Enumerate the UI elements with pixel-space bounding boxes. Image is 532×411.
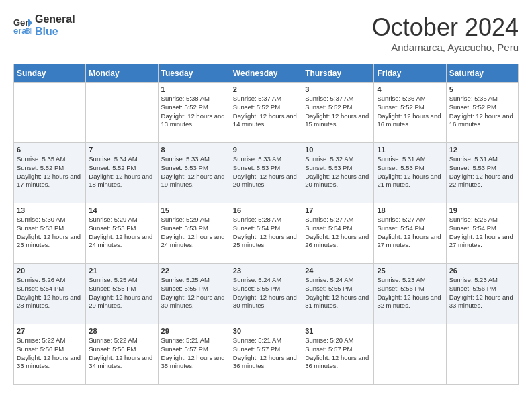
day-number: 24	[305, 267, 371, 275]
logo-line2: Blue	[35, 26, 75, 38]
calendar-cell: 3Sunrise: 5:37 AM Sunset: 5:52 PM Daylig…	[302, 83, 374, 143]
day-info: Sunrise: 5:24 AM Sunset: 5:55 PM Dayligh…	[233, 276, 299, 310]
calendar-cell: 8Sunrise: 5:33 AM Sunset: 5:53 PM Daylig…	[158, 143, 230, 203]
day-number: 9	[233, 146, 299, 154]
day-info: Sunrise: 5:25 AM Sunset: 5:55 PM Dayligh…	[161, 276, 227, 310]
day-number: 28	[89, 327, 154, 335]
calendar-cell	[446, 324, 518, 385]
week-row-5: 27Sunrise: 5:22 AM Sunset: 5:56 PM Dayli…	[14, 324, 519, 385]
week-row-1: 1Sunrise: 5:38 AM Sunset: 5:52 PM Daylig…	[14, 83, 519, 143]
day-info: Sunrise: 5:20 AM Sunset: 5:57 PM Dayligh…	[305, 336, 371, 371]
calendar-cell	[374, 324, 446, 385]
day-number: 4	[377, 85, 443, 93]
day-number: 10	[305, 146, 371, 154]
weekday-header-thursday: Thursday	[302, 64, 374, 83]
day-info: Sunrise: 5:37 AM Sunset: 5:52 PM Dayligh…	[233, 95, 299, 129]
day-info: Sunrise: 5:35 AM Sunset: 5:52 PM Dayligh…	[17, 155, 83, 189]
day-number: 29	[161, 327, 227, 335]
weekday-header-tuesday: Tuesday	[158, 64, 230, 83]
calendar-cell	[86, 83, 158, 143]
day-info: Sunrise: 5:35 AM Sunset: 5:52 PM Dayligh…	[449, 95, 515, 129]
calendar-cell: 4Sunrise: 5:36 AM Sunset: 5:52 PM Daylig…	[374, 83, 446, 143]
calendar-cell: 31Sunrise: 5:20 AM Sunset: 5:57 PM Dayli…	[302, 324, 374, 385]
calendar-cell: 13Sunrise: 5:30 AM Sunset: 5:53 PM Dayli…	[14, 203, 86, 264]
day-info: Sunrise: 5:21 AM Sunset: 5:57 PM Dayligh…	[161, 336, 227, 371]
location: Andamarca, Ayacucho, Peru	[372, 42, 519, 53]
day-number: 14	[89, 206, 154, 214]
day-number: 25	[377, 267, 443, 275]
calendar-cell: 11Sunrise: 5:31 AM Sunset: 5:53 PM Dayli…	[374, 143, 446, 203]
day-number: 7	[89, 146, 154, 154]
calendar-cell: 12Sunrise: 5:31 AM Sunset: 5:53 PM Dayli…	[446, 143, 518, 203]
calendar-cell: 5Sunrise: 5:35 AM Sunset: 5:52 PM Daylig…	[446, 83, 518, 143]
day-number: 22	[161, 267, 227, 275]
day-info: Sunrise: 5:21 AM Sunset: 5:57 PM Dayligh…	[233, 336, 299, 371]
day-info: Sunrise: 5:22 AM Sunset: 5:56 PM Dayligh…	[17, 336, 83, 371]
day-info: Sunrise: 5:32 AM Sunset: 5:53 PM Dayligh…	[305, 155, 371, 189]
day-number: 23	[233, 267, 299, 275]
calendar-cell: 28Sunrise: 5:22 AM Sunset: 5:56 PM Dayli…	[86, 324, 158, 385]
page-header: Gen eral Bl General Blue October 2024 An…	[13, 13, 519, 53]
day-info: Sunrise: 5:30 AM Sunset: 5:53 PM Dayligh…	[17, 216, 83, 250]
calendar-cell: 17Sunrise: 5:27 AM Sunset: 5:54 PM Dayli…	[302, 203, 374, 264]
calendar-cell: 29Sunrise: 5:21 AM Sunset: 5:57 PM Dayli…	[158, 324, 230, 385]
calendar-cell: 22Sunrise: 5:25 AM Sunset: 5:55 PM Dayli…	[158, 264, 230, 324]
day-number: 17	[305, 206, 371, 214]
calendar-cell	[14, 83, 86, 143]
day-number: 12	[449, 146, 515, 154]
day-number: 30	[233, 327, 299, 335]
day-number: 31	[305, 327, 371, 335]
weekday-header-wednesday: Wednesday	[230, 64, 302, 83]
calendar-cell: 2Sunrise: 5:37 AM Sunset: 5:52 PM Daylig…	[230, 83, 302, 143]
day-info: Sunrise: 5:29 AM Sunset: 5:53 PM Dayligh…	[161, 216, 227, 250]
day-info: Sunrise: 5:31 AM Sunset: 5:53 PM Dayligh…	[449, 155, 515, 189]
day-info: Sunrise: 5:27 AM Sunset: 5:54 PM Dayligh…	[305, 216, 371, 250]
day-number: 19	[449, 206, 515, 214]
day-number: 15	[161, 206, 227, 214]
day-number: 16	[233, 206, 299, 214]
weekday-header-row: SundayMondayTuesdayWednesdayThursdayFrid…	[14, 64, 519, 83]
day-info: Sunrise: 5:23 AM Sunset: 5:56 PM Dayligh…	[449, 276, 515, 310]
day-number: 11	[377, 146, 443, 154]
calendar-cell: 24Sunrise: 5:24 AM Sunset: 5:55 PM Dayli…	[302, 264, 374, 324]
calendar-cell: 9Sunrise: 5:33 AM Sunset: 5:53 PM Daylig…	[230, 143, 302, 203]
weekday-header-sunday: Sunday	[14, 64, 86, 83]
day-info: Sunrise: 5:23 AM Sunset: 5:56 PM Dayligh…	[377, 276, 443, 310]
svg-text:Bl: Bl	[26, 28, 32, 35]
calendar-cell: 25Sunrise: 5:23 AM Sunset: 5:56 PM Dayli…	[374, 264, 446, 324]
day-info: Sunrise: 5:26 AM Sunset: 5:54 PM Dayligh…	[17, 276, 83, 310]
day-info: Sunrise: 5:33 AM Sunset: 5:53 PM Dayligh…	[233, 155, 299, 189]
title-block: October 2024 Andamarca, Ayacucho, Peru	[372, 13, 519, 53]
calendar-cell: 14Sunrise: 5:29 AM Sunset: 5:53 PM Dayli…	[86, 203, 158, 264]
logo: Gen eral Bl General Blue	[13, 13, 75, 37]
week-row-4: 20Sunrise: 5:26 AM Sunset: 5:54 PM Dayli…	[14, 264, 519, 324]
day-number: 8	[161, 146, 227, 154]
calendar-cell: 30Sunrise: 5:21 AM Sunset: 5:57 PM Dayli…	[230, 324, 302, 385]
day-number: 6	[17, 146, 83, 154]
calendar-cell: 26Sunrise: 5:23 AM Sunset: 5:56 PM Dayli…	[446, 264, 518, 324]
calendar-cell: 20Sunrise: 5:26 AM Sunset: 5:54 PM Dayli…	[14, 264, 86, 324]
day-info: Sunrise: 5:28 AM Sunset: 5:54 PM Dayligh…	[233, 216, 299, 250]
calendar-cell: 16Sunrise: 5:28 AM Sunset: 5:54 PM Dayli…	[230, 203, 302, 264]
calendar-table: SundayMondayTuesdayWednesdayThursdayFrid…	[13, 64, 519, 385]
day-number: 18	[377, 206, 443, 214]
logo-line1: General	[35, 13, 75, 26]
calendar-cell: 21Sunrise: 5:25 AM Sunset: 5:55 PM Dayli…	[86, 264, 158, 324]
day-number: 20	[17, 267, 83, 275]
calendar-cell: 19Sunrise: 5:26 AM Sunset: 5:54 PM Dayli…	[446, 203, 518, 264]
day-number: 5	[449, 85, 515, 93]
day-info: Sunrise: 5:25 AM Sunset: 5:55 PM Dayligh…	[89, 276, 154, 310]
calendar-cell: 15Sunrise: 5:29 AM Sunset: 5:53 PM Dayli…	[158, 203, 230, 264]
day-number: 26	[449, 267, 515, 275]
day-number: 3	[305, 85, 371, 93]
day-info: Sunrise: 5:36 AM Sunset: 5:52 PM Dayligh…	[377, 95, 443, 129]
day-info: Sunrise: 5:22 AM Sunset: 5:56 PM Dayligh…	[89, 336, 154, 371]
day-number: 21	[89, 267, 154, 275]
day-info: Sunrise: 5:31 AM Sunset: 5:53 PM Dayligh…	[377, 155, 443, 189]
day-number: 2	[233, 85, 299, 93]
calendar-cell: 6Sunrise: 5:35 AM Sunset: 5:52 PM Daylig…	[14, 143, 86, 203]
month-title: October 2024	[372, 13, 519, 42]
day-info: Sunrise: 5:24 AM Sunset: 5:55 PM Dayligh…	[305, 276, 371, 310]
day-number: 1	[161, 85, 227, 93]
day-info: Sunrise: 5:29 AM Sunset: 5:53 PM Dayligh…	[89, 216, 154, 250]
